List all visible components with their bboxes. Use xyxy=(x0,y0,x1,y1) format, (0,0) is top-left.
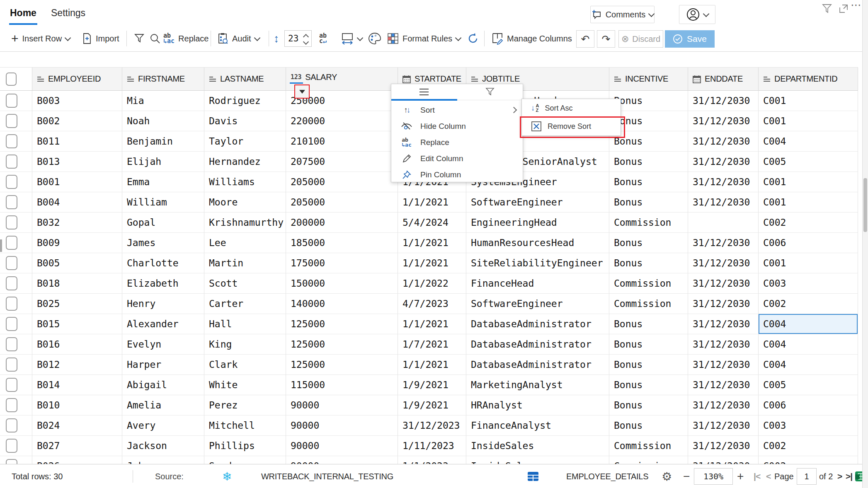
manage-columns-button[interactable]: Manage Columns xyxy=(492,26,572,51)
source-db-link[interactable]: WRITEBACK_INTERNAL_TESTING xyxy=(261,464,393,488)
zoom-out-button[interactable]: − xyxy=(683,464,690,488)
cell-jobtitle[interactable]: FinanceHead xyxy=(466,273,609,294)
cell-jobtitle[interactable]: SiteReliabilityEngineer xyxy=(466,253,609,273)
cell-salary[interactable]: 125000 xyxy=(286,314,398,334)
cell-enddate[interactable]: 31/12/2030 xyxy=(688,172,759,192)
menu-tab[interactable] xyxy=(391,84,457,100)
cell-startdate[interactable]: 1/1/2023 xyxy=(398,456,466,464)
column-header-employeeid[interactable]: EMPLOYEEID xyxy=(32,68,122,91)
cell-departmentid[interactable]: C004 xyxy=(759,131,858,152)
vertical-scrollbar[interactable] xyxy=(862,0,868,488)
cell-salary[interactable]: 150000 xyxy=(286,273,398,294)
cell-salary[interactable]: 90000 xyxy=(286,436,398,456)
row-checkbox[interactable] xyxy=(6,195,17,209)
stepper-arrows[interactable] xyxy=(304,34,308,44)
discard-button[interactable]: ⊗ Discard xyxy=(618,30,663,48)
cell-lastname[interactable]: Clark xyxy=(204,355,286,375)
cell-departmentid[interactable]: C001 xyxy=(759,253,858,273)
cell-enddate[interactable]: 31/12/2030 xyxy=(688,253,759,273)
cell-lastname[interactable]: White xyxy=(204,375,286,395)
cell-firstname[interactable]: William xyxy=(122,192,204,213)
cell-departmentid[interactable]: C006 xyxy=(759,233,858,253)
row-checkbox[interactable] xyxy=(6,378,17,392)
cell-incentive[interactable]: Bonus xyxy=(609,416,688,436)
cell-salary[interactable]: 175000 xyxy=(286,253,398,273)
cell-employeeid[interactable]: B027 xyxy=(32,436,122,456)
row-checkbox[interactable] xyxy=(6,317,17,331)
search-button[interactable] xyxy=(149,26,161,51)
cell-enddate[interactable]: 31/12/2030 xyxy=(688,131,759,152)
cell-startdate[interactable]: 1/11/2023 xyxy=(398,436,466,456)
cell-jobtitle[interactable]: InsideSales xyxy=(466,436,609,456)
cell-enddate[interactable]: 31/12/2030 xyxy=(688,456,759,464)
cell-firstname[interactable]: Alexander xyxy=(122,314,204,334)
menu-item-edit-column[interactable]: Edit Column xyxy=(391,150,523,167)
column-header-lastname[interactable]: LASTNAME xyxy=(204,68,286,91)
cell-salary[interactable]: 185000 xyxy=(286,233,398,253)
cell-firstname[interactable]: Abigail xyxy=(122,375,204,395)
cell-lastname[interactable]: Perez xyxy=(204,395,286,416)
column-header-departmentid[interactable]: DEPARTMENTID xyxy=(759,68,858,91)
more-options-icon[interactable]: ⋯ xyxy=(851,1,862,9)
row-checkbox[interactable] xyxy=(6,418,17,432)
cell-enddate[interactable]: 31/12/2030 xyxy=(688,395,759,416)
menu-item-replace[interactable]: ab↳ac Replace xyxy=(391,134,523,150)
cell-firstname[interactable]: Jackson xyxy=(122,436,204,456)
grid-settings-gear-icon[interactable]: ⚙ xyxy=(662,464,672,488)
cell-lastname[interactable]: Sanders xyxy=(204,456,286,464)
cell-departmentid[interactable]: C005 xyxy=(759,375,858,395)
cell-lastname[interactable]: Rodriguez xyxy=(204,91,286,111)
cell-jobtitle[interactable]: DatabaseAdministrator xyxy=(466,355,609,375)
cell-employeeid[interactable]: B002 xyxy=(32,111,122,131)
salary-column-dropdown[interactable] xyxy=(294,85,310,99)
cell-departmentid[interactable]: C001 xyxy=(759,91,858,111)
cell-lastname[interactable]: Williams xyxy=(204,172,286,192)
last-page-button[interactable]: >| xyxy=(846,464,852,488)
cell-salary[interactable]: 207500 xyxy=(286,152,398,172)
cell-enddate[interactable]: 31/12/2030 xyxy=(688,273,759,294)
cell-incentive[interactable]: Commission xyxy=(609,294,688,314)
cell-startdate[interactable]: 31/12/2023 xyxy=(398,416,466,436)
undo-button[interactable]: ↶ xyxy=(576,30,594,48)
row-checkbox[interactable] xyxy=(6,175,17,189)
cell-jobtitle[interactable]: InsideSales xyxy=(466,456,609,464)
cell-departmentid[interactable]: C003 xyxy=(759,416,858,436)
cell-jobtitle[interactable]: SoftwareEngineer xyxy=(466,294,609,314)
next-page-button[interactable]: > xyxy=(837,464,842,488)
cell-firstname[interactable]: Gopal xyxy=(122,213,204,233)
cell-departmentid[interactable]: C002 xyxy=(759,456,858,464)
row-height-stepper[interactable]: 23 xyxy=(284,30,312,47)
cell-enddate[interactable]: 31/12/2030 xyxy=(688,233,759,253)
cell-firstname[interactable]: Emma xyxy=(122,172,204,192)
cell-enddate[interactable]: 31/12/2030 xyxy=(688,152,759,172)
cell-departmentid[interactable]: C006 xyxy=(759,395,858,416)
filter-button[interactable] xyxy=(133,26,145,51)
cell-employeeid[interactable]: B005 xyxy=(32,253,122,273)
row-checkbox[interactable] xyxy=(6,358,17,372)
cell-enddate[interactable]: 31/12/2030 xyxy=(688,355,759,375)
submenu-item-sort-asc[interactable]: ↓ AZ Sort Asc xyxy=(522,99,621,117)
cell-lastname[interactable]: Carter xyxy=(204,294,286,314)
cell-firstname[interactable]: Henry xyxy=(122,294,204,314)
cell-incentive[interactable]: Bonus xyxy=(609,375,688,395)
cell-incentive[interactable]: Bonus xyxy=(609,253,688,273)
cell-salary[interactable]: 125000 xyxy=(286,334,398,355)
cell-employeeid[interactable]: B024 xyxy=(32,416,122,436)
cell-firstname[interactable]: Evelyn xyxy=(122,334,204,355)
cell-employeeid[interactable]: B032 xyxy=(32,213,122,233)
account-button[interactable] xyxy=(679,5,715,24)
insert-row-button[interactable]: + Insert Row xyxy=(11,26,70,51)
cell-jobtitle[interactable]: HRAnalyst xyxy=(466,395,609,416)
comments-button[interactable]: Comments xyxy=(590,6,655,23)
cell-firstname[interactable]: Benjamin xyxy=(122,131,204,152)
cell-enddate[interactable]: 31/12/2030 xyxy=(688,436,759,456)
row-height-icon[interactable]: ↕ xyxy=(274,26,279,51)
cell-startdate[interactable]: 4/7/2023 xyxy=(398,294,466,314)
cell-incentive[interactable]: Bonus xyxy=(609,172,688,192)
cell-jobtitle[interactable]: HumanResourcesHead xyxy=(466,233,609,253)
cell-enddate[interactable]: 31/12/2030 xyxy=(688,294,759,314)
cell-employeeid[interactable]: B013 xyxy=(32,152,122,172)
cell-incentive[interactable]: Bonus xyxy=(609,131,688,152)
color-palette-button[interactable] xyxy=(368,26,381,51)
menu-item-hide-column[interactable]: Hide Column xyxy=(391,118,523,134)
